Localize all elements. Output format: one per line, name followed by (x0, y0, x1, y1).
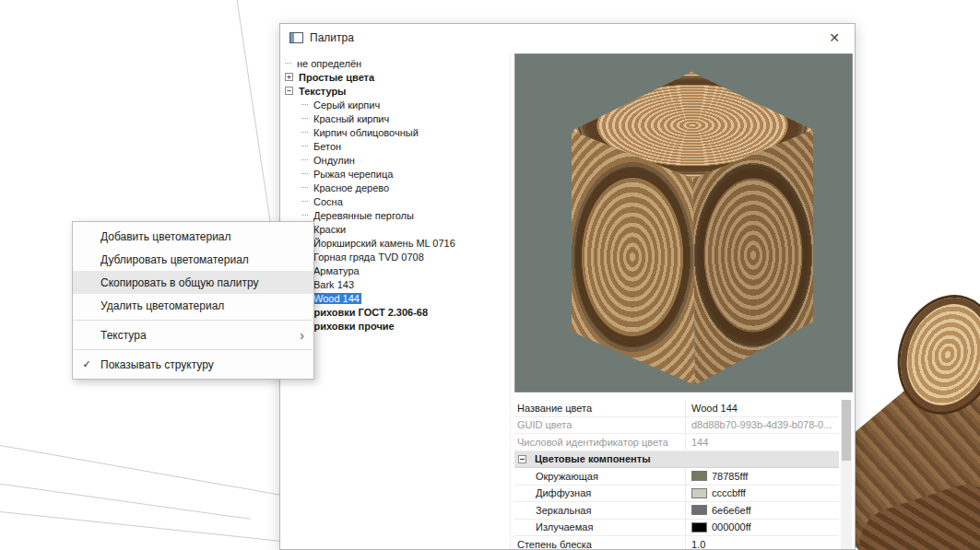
property-group-label: Цветовые компоненты (535, 453, 651, 464)
property-label: Излучаемая (514, 521, 685, 532)
collapse-minus-icon[interactable]: − (518, 455, 526, 463)
tree-item[interactable]: Деревянные перголы (280, 208, 510, 222)
tree-branch-dash (301, 215, 308, 216)
tree-item[interactable]: Ондулин (280, 153, 510, 167)
tree-item[interactable]: Рыжая черепица (280, 167, 510, 181)
property-value: ccccbfff (712, 487, 746, 498)
tree-item-label: Бетон (312, 141, 343, 152)
color-swatch (691, 488, 707, 498)
property-label: GUID цвета (514, 419, 685, 430)
tree-item[interactable]: Арматура (280, 263, 510, 277)
tree-branch-dash (301, 173, 308, 174)
tree-branch-dash (301, 104, 308, 105)
tree-item-label: Текстуры (297, 86, 348, 97)
tree-item-label: Wood 144 (312, 293, 361, 304)
tree-item[interactable]: Bark 143 (280, 277, 510, 291)
color-swatch (691, 471, 707, 481)
property-label: Степень блеска (514, 539, 685, 549)
tree-item-label: Горная гряда TVD 0708 (312, 252, 426, 263)
tree-item-label: Краски (312, 224, 348, 235)
menu-item[interactable]: Дублировать цветоматериал (73, 248, 313, 271)
property-value: d8d88b70-993b-4d39-b078-0... (691, 419, 832, 430)
property-row[interactable]: Степень блеска1.0 (514, 536, 839, 549)
tree-item[interactable]: Красное дерево (280, 181, 510, 194)
color-swatch (691, 505, 707, 515)
properties-table: Название цветаWood 144GUID цветаd8d88b70… (514, 400, 839, 549)
property-value-cell: 6e6e6eff (685, 502, 839, 519)
menu-item-label: Дублировать цветоматериал (100, 253, 304, 266)
close-icon[interactable]: ✕ (823, 29, 845, 46)
tree-item-label: Кирпич облицовочный (312, 127, 420, 138)
tree-item[interactable]: не определён (280, 56, 510, 70)
property-value: 1.0 (691, 539, 705, 549)
tree-item[interactable]: Краски (280, 222, 510, 236)
tree-item[interactable]: +Штриховки ГОСТ 2.306-68 (280, 305, 510, 319)
tree-branch-dash (301, 201, 308, 202)
titlebar[interactable]: Палитра ✕ (280, 24, 855, 52)
context-menu: Добавить цветоматериалДублировать цветом… (72, 221, 314, 380)
tree-item-label: Красное дерево (312, 182, 391, 193)
scrollbar-thumb[interactable] (842, 400, 851, 461)
window-title: Палитра (310, 31, 354, 44)
tree-item-label: Сосна (312, 196, 345, 207)
property-row[interactable]: Зеркальная6e6e6eff (514, 502, 839, 520)
tree-branch-dash (301, 159, 308, 160)
tree-item-label: Простые цвета (297, 72, 376, 83)
property-row[interactable]: Числовой идентификатор цвета144 (514, 434, 839, 451)
tree-item[interactable]: Горная гряда TVD 0708 (280, 250, 510, 263)
tree-item[interactable]: Йоркширский камень ML 0716 (280, 236, 510, 250)
material-tree: не определён+Простые цвета−ТекстурыСерый… (280, 52, 511, 549)
property-row[interactable]: Название цветаWood 144 (514, 400, 839, 417)
collapse-minus-icon[interactable]: − (285, 87, 293, 95)
texture-preview (514, 53, 853, 392)
property-label: Диффузная (514, 487, 685, 498)
tree-item[interactable]: +Штриховки прочие (280, 319, 510, 333)
right-panel: Название цветаWood 144GUID цветаd8d88b70… (511, 52, 855, 549)
property-group-row[interactable]: −Цветовые компоненты (514, 451, 839, 469)
properties-scrollbar[interactable] (841, 400, 852, 549)
property-value: 144 (691, 437, 708, 448)
property-value-cell: ccccbfff (685, 486, 839, 502)
palette-window: Палитра ✕ не определён+Простые цвета−Тек… (279, 23, 856, 550)
menu-item-label: Добавить цветоматериал (100, 230, 304, 243)
property-value: 78785fff (712, 471, 748, 482)
tree-item[interactable]: +Простые цвета (280, 70, 510, 84)
submenu-arrow-icon: › (300, 329, 304, 342)
property-value-cell: 000000ff (685, 520, 839, 536)
menu-item[interactable]: Добавить цветоматериал (73, 225, 313, 248)
property-row[interactable]: Окружающая78785fff (514, 468, 839, 486)
tree-item-label: Рыжая черепица (312, 169, 395, 180)
tree-item-label: Штриховки ГОСТ 2.306-68 (297, 307, 430, 318)
tree-branch-dash (301, 146, 308, 146)
property-row[interactable]: Диффузнаяccccbfff (514, 486, 839, 503)
tree-item[interactable]: Wood 144 (280, 291, 510, 305)
menu-item[interactable]: Скопировать в общую палитру (73, 271, 313, 294)
property-row[interactable]: Излучаемая000000ff (514, 520, 839, 537)
background-sketch-line (0, 510, 292, 543)
property-value-cell: 1.0 (685, 536, 839, 549)
tree-item-label: Йоркширский камень ML 0716 (312, 238, 457, 249)
tree-item[interactable]: Бетон (280, 139, 510, 153)
tree-branch-dash (301, 118, 308, 119)
tree-item-label: Ондулин (312, 155, 357, 166)
menu-item-label: Показывать структуру (100, 358, 304, 371)
tree-item[interactable]: Кирпич облицовочный (280, 125, 510, 139)
menu-item[interactable]: Удалить цветоматериал (73, 294, 313, 317)
checkmark-icon: ✓ (73, 358, 100, 370)
property-label: Окружающая (514, 471, 685, 482)
tree-item-label: Красный кирпич (312, 113, 391, 124)
menu-separator (74, 320, 313, 321)
tree-item-label: не определён (295, 58, 363, 69)
tree-item[interactable]: Красный кирпич (280, 111, 510, 125)
expand-plus-icon[interactable]: + (285, 73, 293, 81)
property-value-cell: 78785fff (685, 468, 839, 485)
tree-item-label: Серый кирпич (312, 99, 382, 111)
tree-item[interactable]: −Текстуры (280, 84, 510, 98)
tree-branch-dash (285, 63, 291, 64)
menu-item[interactable]: Текстура› (73, 323, 313, 346)
property-row[interactable]: GUID цветаd8d88b70-993b-4d39-b078-0... (514, 417, 839, 435)
property-value-cell: 144 (685, 434, 839, 451)
tree-item[interactable]: Сосна (280, 194, 510, 208)
tree-item[interactable]: Серый кирпич (280, 98, 510, 111)
menu-item[interactable]: ✓Показывать структуру (73, 353, 313, 376)
